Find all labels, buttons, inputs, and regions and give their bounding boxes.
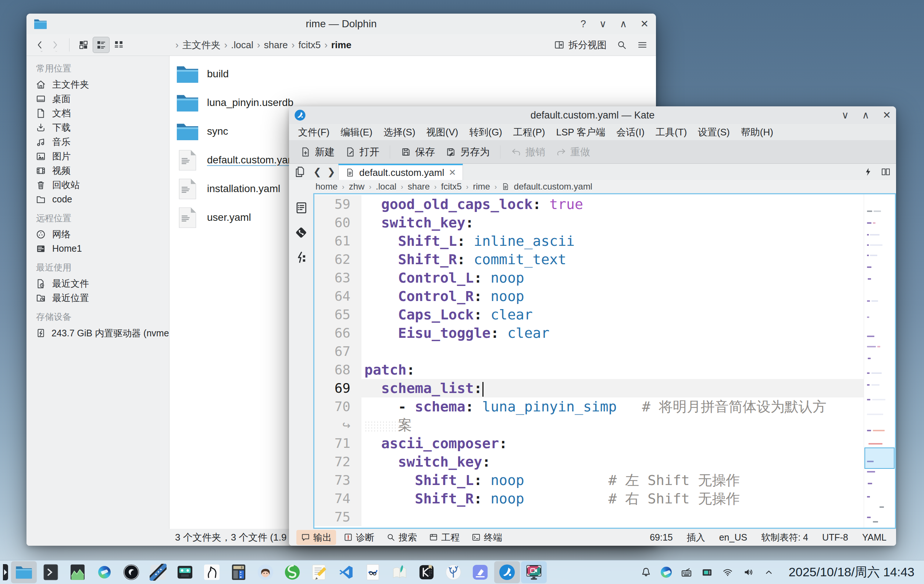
breadcrumb-item[interactable]: .local: [376, 181, 396, 192]
forward-button[interactable]: [49, 40, 64, 50]
menu-转到[interactable]: 转到(G): [464, 126, 508, 139]
menu-LSP 客户端[interactable]: LSP 客户端: [550, 126, 611, 139]
taskbar-app-green-swirl[interactable]: [279, 561, 305, 583]
statusbar-info[interactable]: 69:15: [650, 532, 673, 543]
sidebar-item-最近位置[interactable]: 最近位置: [35, 291, 165, 305]
tab-forward-icon[interactable]: ❯: [324, 164, 338, 180]
documents-stack-icon[interactable]: [289, 164, 310, 180]
taskbar-app-koodo[interactable]: [414, 561, 439, 583]
file-row-build[interactable]: build: [175, 60, 656, 88]
sidebar-item-Home1[interactable]: Home1: [35, 242, 165, 256]
code-area[interactable]: 59 good_old_caps_lock: true60 switch_key…: [314, 194, 895, 528]
sidebar-item-图片[interactable]: 图片: [35, 149, 165, 164]
snippets-icon[interactable]: [294, 251, 308, 265]
tray-keyboard-icon[interactable]: [681, 566, 692, 578]
compact-view-button[interactable]: [110, 37, 127, 53]
statusbar-info[interactable]: 软制表符: 4: [761, 531, 808, 544]
breadcrumb-item[interactable]: fcitx5: [441, 181, 462, 192]
doc-new-button[interactable]: 新建: [295, 146, 340, 159]
taskbar-app-konsole[interactable]: [38, 561, 64, 583]
menu-选择[interactable]: 选择(S): [378, 126, 421, 139]
git-icon[interactable]: [294, 226, 308, 240]
statusbar-diagnostics-button[interactable]: 诊断: [339, 530, 379, 545]
clock[interactable]: 2025/10/18/周六 14:43: [784, 564, 914, 581]
icons-view-button[interactable]: [75, 37, 92, 53]
taskbar-app-edge[interactable]: [92, 561, 117, 583]
tray-notifications-icon[interactable]: [640, 566, 652, 578]
minimap-scrollbar[interactable]: [864, 194, 895, 528]
sidebar-item-code[interactable]: code: [35, 192, 165, 207]
taskbar-app-screen-recorder[interactable]: [521, 561, 547, 583]
tray-edge-icon[interactable]: [661, 567, 672, 578]
sidebar-item-网络[interactable]: 网络: [35, 227, 165, 242]
taskbar-app-obs[interactable]: [119, 561, 144, 583]
taskbar-app-okular[interactable]: [360, 561, 386, 583]
taskbar-app-dolphin[interactable]: [11, 561, 37, 583]
sidebar-item-最近文件[interactable]: 最近文件: [35, 276, 165, 291]
minimize-button[interactable]: ∨: [599, 19, 607, 29]
breadcrumb-item[interactable]: rime: [473, 181, 490, 192]
menu-视图[interactable]: 视图(V): [421, 126, 464, 139]
details-view-button[interactable]: [92, 37, 110, 53]
doc-open-button[interactable]: 打开: [340, 146, 384, 159]
close-button[interactable]: ✕: [883, 111, 891, 120]
tab-default-custom-yaml[interactable]: default.custom.yaml ✕: [338, 164, 463, 180]
statusbar-output-button[interactable]: 输出: [296, 530, 336, 545]
undo-button[interactable]: 撤销: [506, 146, 550, 159]
tray-input-method-icon[interactable]: [701, 566, 713, 578]
taskbar-app-kate[interactable]: [494, 561, 520, 583]
breadcrumb-item[interactable]: share: [408, 181, 430, 192]
sidebar-item-桌面[interactable]: 桌面: [35, 92, 165, 106]
minimize-button[interactable]: ∨: [842, 111, 849, 120]
taskbar-app-notes[interactable]: [306, 561, 332, 583]
sidebar-item-文档[interactable]: 文档: [35, 106, 165, 120]
tray-wifi-icon[interactable]: [722, 566, 734, 578]
statusbar-info[interactable]: 插入: [687, 531, 705, 544]
taskbar-app-calculator[interactable]: 0: [226, 561, 251, 583]
menu-编辑[interactable]: 编辑(E): [335, 126, 378, 139]
menu-文件[interactable]: 文件(F): [293, 126, 335, 139]
taskbar-app-coral[interactable]: [441, 561, 466, 583]
menu-帮助[interactable]: 帮助(H): [735, 126, 779, 139]
menu-icon[interactable]: [637, 40, 648, 50]
breadcrumb-item[interactable]: home: [315, 181, 338, 192]
minimap-viewport[interactable]: [865, 447, 894, 469]
taskbar-app-ebook[interactable]: [387, 561, 412, 583]
documents-icon[interactable]: [294, 200, 308, 215]
sidebar-item-主文件夹[interactable]: 主文件夹: [35, 77, 165, 92]
statusbar-search-button[interactable]: 搜索: [382, 530, 421, 545]
breadcrumb-item[interactable]: 主文件夹: [182, 39, 221, 51]
kate-titlebar[interactable]: default.custom.yaml — Kate ∨∧✕: [289, 106, 896, 124]
taskbar-app-system-monitor[interactable]: [65, 561, 91, 583]
search-icon[interactable]: [616, 40, 627, 50]
sidebar-item-视频[interactable]: 视频: [35, 164, 165, 178]
tray-expand-icon[interactable]: [763, 566, 775, 578]
text-editor[interactable]: 59 good_old_caps_lock: true60 switch_key…: [313, 193, 896, 529]
launcher-edge-icon[interactable]: [3, 564, 8, 580]
breadcrumb-item[interactable]: zhw: [349, 181, 365, 192]
statusbar-project-button[interactable]: 工程: [424, 530, 464, 545]
statusbar-terminal-button[interactable]: 终端: [467, 530, 507, 545]
menu-会话[interactable]: 会话(I): [611, 126, 650, 139]
statusbar-info[interactable]: YAML: [862, 532, 886, 543]
menu-工具[interactable]: 工具(T): [650, 126, 692, 139]
split-view-icon[interactable]: [881, 167, 891, 177]
breadcrumb-item[interactable]: .local: [231, 40, 253, 51]
statusbar-info[interactable]: UTF-8: [822, 532, 848, 543]
tray-volume-icon[interactable]: [742, 566, 754, 578]
maximize-button[interactable]: ∧: [620, 19, 627, 29]
quick-open-icon[interactable]: [863, 167, 873, 177]
taskbar-app-vscode[interactable]: [333, 561, 359, 583]
back-button[interactable]: [35, 40, 49, 50]
close-button[interactable]: ✕: [640, 19, 648, 29]
help-button[interactable]: ?: [581, 19, 586, 29]
taskbar-app-eraser[interactable]: [467, 561, 493, 583]
tab-close-icon[interactable]: ✕: [449, 167, 456, 178]
breadcrumb-item[interactable]: rime: [331, 40, 351, 51]
taskbar-app-chess[interactable]: [199, 561, 224, 583]
save-button[interactable]: 保存: [395, 146, 440, 159]
maximize-button[interactable]: ∧: [862, 111, 870, 120]
taskbar-app-avatar[interactable]: [252, 561, 278, 583]
taskbar-app-cassette[interactable]: [172, 561, 198, 583]
menu-工程[interactable]: 工程(P): [508, 126, 551, 139]
